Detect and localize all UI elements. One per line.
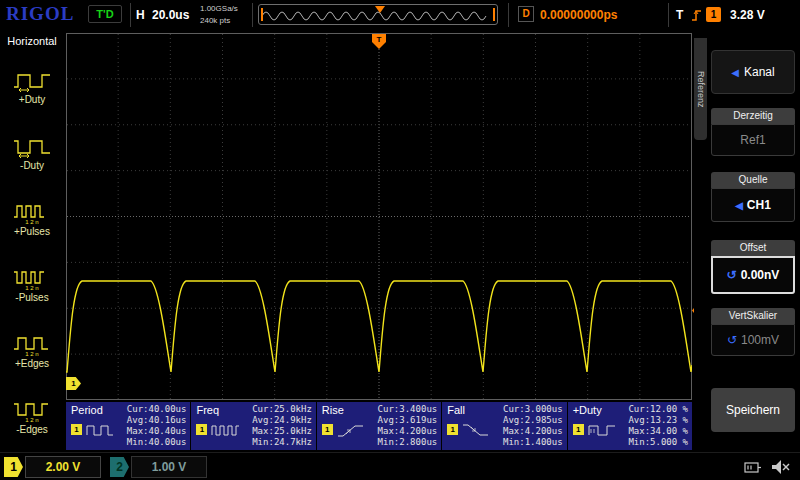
usb-icon [742, 458, 762, 476]
kanal-label: Kanal [744, 65, 775, 79]
channel1-tag[interactable]: 1 [4, 457, 23, 477]
measurement-panel-freq: Freq 1 Cur:25.0kHzAvg:24.9kHz Max:25.0kH… [191, 402, 315, 450]
measurement-name: Freq [196, 404, 219, 416]
minus-pulses-icon: 1 2 n [12, 267, 52, 291]
measurement-panel-plus-duty: +Duty 1 Cur:12.00 %Avg:13.23 % Max:34.00… [568, 402, 692, 450]
measurement-values: Cur:12.00 %Avg:13.23 % Max:34.00 %Min:5.… [628, 404, 688, 448]
divider [252, 3, 253, 27]
graticule: T [66, 33, 692, 400]
menu-item-label: +Pulses [14, 226, 50, 237]
menu-item-plus-edges[interactable]: 1 2 n +Edges [0, 318, 64, 384]
trigger-label: T [676, 8, 683, 22]
menu-item-plus-pulses[interactable]: 1 2 n +Pulses [0, 186, 64, 252]
left-menu-title: Horizontal [0, 30, 64, 54]
menu-item-minus-pulses[interactable]: 1 2 n -Pulses [0, 252, 64, 318]
offset-value-box[interactable]: ↺ 0.00nV [711, 256, 795, 294]
ref1-value-box[interactable]: Ref1 [711, 124, 795, 156]
source-badge: 1 [322, 424, 333, 435]
freq-icon [210, 422, 240, 438]
memory-depth: 240k pts [200, 15, 238, 27]
measurement-name: +Duty [573, 404, 602, 416]
menu-item-label: +Duty [19, 94, 45, 105]
measurement-values: Cur:40.00usAvg:40.16us Max:40.40usMin:40… [127, 404, 187, 448]
rise-icon [336, 422, 366, 438]
right-menu: Referenz ◀ Kanal Derzeitig Ref1 Quelle ◀… [694, 30, 800, 452]
left-menu: Horizontal +Duty -Duty 1 2 n +Pulses [0, 30, 64, 452]
window-left-bracket-icon [261, 8, 263, 21]
measurement-panel-fall: Fall 1 Cur:3.000usAvg:2.985us Max:4.200u… [442, 402, 566, 450]
trigger-position-icon[interactable] [375, 6, 385, 13]
measurement-values: Cur:25.0kHzAvg:24.9kHz Max:25.0kHzMin:24… [252, 404, 312, 448]
measurement-name: Fall [447, 404, 465, 416]
channel2-scale[interactable]: 1.00 V [131, 456, 207, 478]
trigger-position-marker[interactable]: T [372, 34, 386, 49]
menu-item-minus-edges[interactable]: 1 2 n -Edges [0, 384, 64, 450]
fall-icon [461, 422, 491, 438]
measurement-panel-rise: Rise 1 Cur:3.400usAvg:3.619us Max:4.200u… [317, 402, 441, 450]
source-badge: 1 [196, 424, 207, 435]
delay-label: D [518, 6, 534, 22]
source-badge: 1 [71, 424, 82, 435]
speichern-button[interactable]: Speichern [711, 388, 795, 432]
menu-item-label: -Edges [16, 424, 48, 435]
menu-item-label: +Edges [15, 358, 49, 369]
waveform-preview[interactable] [258, 4, 498, 25]
back-arrow-icon: ◀ [735, 200, 743, 211]
ref1-value: Ref1 [740, 133, 765, 147]
minus-edges-icon: 1 2 n [12, 399, 52, 423]
channel2-tag[interactable]: 2 [110, 457, 129, 477]
sample-rate: 1.00GSa/s [200, 3, 238, 15]
section-derzeitig: Derzeitig Ref1 [711, 108, 795, 156]
period-icon [85, 422, 115, 438]
plus-edges-icon: 1 2 n [12, 333, 52, 357]
top-status-bar: RIGOL T'D H 20.0us 1.00GSa/s 240k pts D … [0, 0, 800, 30]
plus-pulses-icon: 1 2 n [12, 201, 52, 225]
divider [130, 3, 131, 27]
measurement-name: Rise [322, 404, 344, 416]
vertscale-value-box[interactable]: ↺ 100mV [711, 324, 795, 356]
menu-tab-referenz[interactable]: Referenz [694, 38, 707, 140]
divider [668, 3, 669, 27]
menu-item-kanal[interactable]: ◀ Kanal [711, 50, 795, 94]
trigger-status-badge: T'D [88, 5, 122, 23]
rotate-knob-icon: ↺ [727, 268, 737, 282]
rigol-logo: RIGOL [6, 3, 74, 25]
measurement-values: Cur:3.400usAvg:3.619us Max:4.200usMin:2.… [378, 404, 438, 448]
plus-duty-icon [12, 69, 52, 93]
bottom-status-bar: 1 2.00 V 2 1.00 V [0, 452, 800, 480]
menu-item-minus-duty[interactable]: -Duty [0, 120, 64, 186]
acquisition-info: 1.00GSa/s 240k pts [200, 3, 238, 27]
trigger-source-badge: 1 [706, 7, 721, 22]
section-offset: Offset ↺ 0.00nV [711, 240, 795, 294]
menu-item-plus-duty[interactable]: +Duty [0, 54, 64, 120]
menu-item-label: -Pulses [15, 292, 48, 303]
rising-edge-icon [690, 7, 704, 23]
plus-duty-measure-icon [587, 422, 617, 438]
section-quelle: Quelle ◀ CH1 [711, 172, 795, 222]
source-badge: 1 [447, 424, 458, 435]
source-value-box[interactable]: ◀ CH1 [711, 188, 795, 222]
speaker-icon[interactable] [770, 457, 792, 477]
svg-text:1 2 n: 1 2 n [25, 285, 38, 291]
measurement-row: Period 1 Cur:40.00usAvg:40.16us Max:40.4… [66, 402, 692, 450]
offset-label: Offset [711, 240, 795, 256]
svg-text:T: T [377, 35, 382, 44]
quelle-label: Quelle [711, 172, 795, 188]
minus-duty-icon [12, 135, 52, 159]
svg-text:1 2 n: 1 2 n [25, 417, 38, 423]
oscilloscope-screen: RIGOL T'D H 20.0us 1.00GSa/s 240k pts D … [0, 0, 800, 480]
delay-value: 0.00000000ps [540, 8, 617, 22]
derzeitig-label: Derzeitig [711, 108, 795, 124]
offset-value: 0.00nV [741, 268, 780, 282]
rotate-knob-icon: ↺ [727, 333, 737, 347]
timebase-value[interactable]: 20.0us [152, 8, 189, 22]
measurement-values: Cur:3.000usAvg:2.985us Max:4.200usMin:1.… [503, 404, 563, 448]
vertscale-value: 100mV [741, 333, 779, 347]
svg-text:1 2 n: 1 2 n [25, 219, 38, 225]
channel1-scale[interactable]: 2.00 V [25, 456, 101, 478]
trigger-level-value[interactable]: 3.28 V [730, 8, 765, 22]
vertskalier-label: VertSkalier [711, 308, 795, 324]
window-right-bracket-icon [493, 8, 495, 21]
source-badge: 1 [573, 424, 584, 435]
waveform-display: T [66, 33, 692, 400]
